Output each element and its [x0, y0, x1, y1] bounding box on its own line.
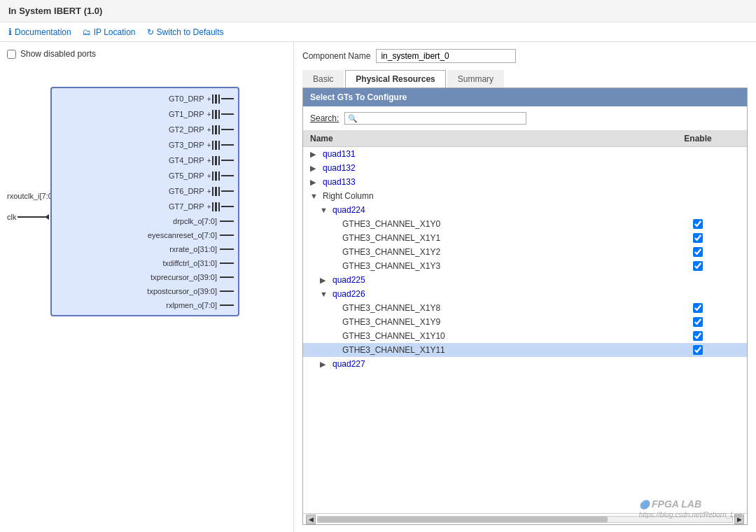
- app-title: In System IBERT (1.0): [8, 6, 102, 16]
- list-item[interactable]: ▶ quad133: [303, 175, 747, 189]
- enable-checkbox[interactable]: [693, 303, 703, 313]
- watermark-icon: 🔵: [639, 500, 650, 510]
- gt3-drp-row: GT3_DRP +: [52, 137, 238, 153]
- tree-item-label: quad226: [332, 289, 656, 299]
- refresh-icon: ↻: [147, 27, 154, 37]
- rxlpmen-row: rxlpmen_o[7:0]: [52, 298, 238, 312]
- list-item[interactable]: ▼ Right Column: [303, 189, 747, 203]
- toolbar: ℹ Documentation 🗂 IP Location ↻ Switch t…: [0, 22, 756, 42]
- list-item[interactable]: GTHE3_CHANNEL_X1Y3: [303, 259, 747, 273]
- folder-icon: 🗂: [83, 27, 91, 37]
- list-item[interactable]: GTHE3_CHANNEL_X1Y2: [303, 245, 747, 259]
- gt2-drp-row: GT2_DRP +: [52, 122, 238, 137]
- list-item[interactable]: GTHE3_CHANNEL_X1Y0: [303, 217, 747, 231]
- list-item[interactable]: ▶ quad227: [303, 357, 747, 371]
- list-item[interactable]: GTHE3_CHANNEL_X1Y9: [303, 315, 747, 329]
- scroll-left-button[interactable]: ◀: [306, 514, 316, 524]
- enable-checkbox[interactable]: [693, 233, 703, 243]
- clk-label: clk: [7, 213, 16, 221]
- expand-icon[interactable]: ▶: [310, 164, 320, 173]
- gt-header-text: Select GTs To Configure: [310, 92, 407, 102]
- gt1-drp-row: GT1_DRP +: [52, 106, 238, 122]
- enable-checkbox[interactable]: [693, 317, 703, 327]
- expand-icon[interactable]: ▶: [320, 276, 330, 285]
- eyescanreset-row: eyescanreset_o[7:0]: [52, 228, 238, 242]
- list-item[interactable]: GTHE3_CHANNEL_X1Y8: [303, 301, 747, 315]
- component-name-input[interactable]: in_system_ibert_0: [376, 49, 516, 63]
- list-item[interactable]: GTHE3_CHANNEL_X1Y1: [303, 231, 747, 245]
- gt6-drp-row: GT6_DRP +: [52, 183, 238, 199]
- component-name-label: Component Name: [302, 51, 370, 61]
- right-panel: Component Name in_system_ibert_0 Basic P…: [294, 42, 756, 532]
- tree-item-label: quad225: [332, 275, 656, 285]
- switch-defaults-button[interactable]: ↻ Switch to Defaults: [147, 27, 224, 37]
- search-icon: 🔍: [348, 114, 358, 123]
- tree-item-label: quad131: [323, 149, 656, 159]
- scroll-thumb[interactable]: [318, 517, 608, 522]
- txpostcursor-row: txpostcursor_o[39:0]: [52, 284, 238, 298]
- tab-content: Select GTs To Configure Search: 🔍 Name E…: [302, 88, 748, 525]
- gt4-drp-row: GT4_DRP +: [52, 153, 238, 168]
- gt7-drp-row: GT7_DRP +: [52, 199, 238, 214]
- list-item[interactable]: GTHE3_CHANNEL_X1Y11: [303, 343, 747, 357]
- drpclk-row: drpclk_o[7:0]: [52, 214, 238, 228]
- txdiffctrl-row: txdiffctrl_o[31:0]: [52, 256, 238, 270]
- tab-basic[interactable]: Basic: [302, 70, 344, 88]
- show-disabled-row: Show disabled ports: [7, 49, 286, 59]
- tree-item-label: Right Column: [323, 191, 656, 201]
- tree-container[interactable]: ▶ quad131 ▶ quad132 ▶ quad133: [303, 147, 747, 513]
- tree-item-label: GTHE3_CHANNEL_X1Y3: [342, 261, 656, 271]
- info-icon: ℹ: [8, 27, 12, 37]
- txprecursor-row: txprecursor_o[39:0]: [52, 270, 238, 284]
- tree-item-label: quad132: [323, 163, 656, 173]
- search-input[interactable]: [359, 113, 513, 123]
- show-disabled-checkbox[interactable]: [7, 50, 16, 59]
- list-item[interactable]: ▼ quad224: [303, 203, 747, 217]
- tree-item-label: quad133: [323, 177, 656, 187]
- enable-checkbox[interactable]: [693, 261, 703, 271]
- tab-summary[interactable]: Summary: [447, 70, 504, 88]
- switch-defaults-label: Switch to Defaults: [157, 27, 224, 37]
- expand-icon[interactable]: ▶: [310, 150, 320, 159]
- tab-physical-resources[interactable]: Physical Resources: [345, 70, 445, 88]
- enable-checkbox[interactable]: [693, 219, 703, 229]
- tree-item-label: GTHE3_CHANNEL_X1Y2: [342, 247, 656, 257]
- list-item[interactable]: ▶ quad131: [303, 147, 747, 161]
- rxoutclk-label: rxoutclk_i[7:0]: [7, 192, 55, 200]
- tree-item-label: GTHE3_CHANNEL_X1Y1: [342, 233, 656, 243]
- expand-icon[interactable]: ▶: [310, 178, 320, 187]
- expand-icon[interactable]: ▶: [320, 360, 330, 369]
- main-content: Show disabled ports rxoutclk_i[7:0] clk: [0, 42, 756, 532]
- list-item[interactable]: ▶ quad225: [303, 273, 747, 287]
- tree-item-label: GTHE3_CHANNEL_X1Y11: [342, 345, 656, 355]
- documentation-label: Documentation: [15, 27, 71, 37]
- component-name-row: Component Name in_system_ibert_0: [302, 49, 748, 63]
- tree-col-name: Name: [310, 134, 656, 144]
- gt0-drp-row: GT0_DRP +: [52, 91, 238, 106]
- gt-configure-header: Select GTs To Configure: [303, 88, 747, 106]
- documentation-button[interactable]: ℹ Documentation: [8, 27, 71, 37]
- expand-icon[interactable]: ▼: [320, 290, 330, 298]
- rxrate-row: rxrate_o[31:0]: [52, 242, 238, 256]
- list-item[interactable]: GTHE3_CHANNEL_X1Y10: [303, 329, 747, 343]
- tree-item-label: GTHE3_CHANNEL_X1Y9: [342, 317, 656, 327]
- component-block: GT0_DRP + GT1_DRP +: [50, 87, 239, 316]
- watermark-text: FPGA LAB: [652, 498, 701, 510]
- list-item[interactable]: ▼ quad226: [303, 287, 747, 301]
- gt5-drp-row: GT5_DRP +: [52, 168, 238, 183]
- left-panel: Show disabled ports rxoutclk_i[7:0] clk: [0, 42, 294, 532]
- location-label: IP Location: [94, 27, 136, 37]
- enable-checkbox[interactable]: [693, 331, 703, 341]
- tree-item-label: quad224: [332, 205, 656, 215]
- tree-col-enable: Enable: [656, 134, 740, 144]
- tree-item-label: GTHE3_CHANNEL_X1Y8: [342, 303, 656, 313]
- title-bar: In System IBERT (1.0): [0, 0, 756, 22]
- enable-checkbox[interactable]: [693, 247, 703, 257]
- expand-icon[interactable]: ▼: [310, 192, 320, 200]
- watermark: 🔵 FPGA LAB https://blog.csdn.net/Reborn_…: [639, 498, 742, 519]
- enable-checkbox[interactable]: [693, 345, 703, 355]
- ip-location-button[interactable]: 🗂 IP Location: [83, 27, 136, 37]
- tree-item-label: GTHE3_CHANNEL_X1Y0: [342, 219, 656, 229]
- list-item[interactable]: ▶ quad132: [303, 161, 747, 175]
- expand-icon[interactable]: ▼: [320, 206, 330, 214]
